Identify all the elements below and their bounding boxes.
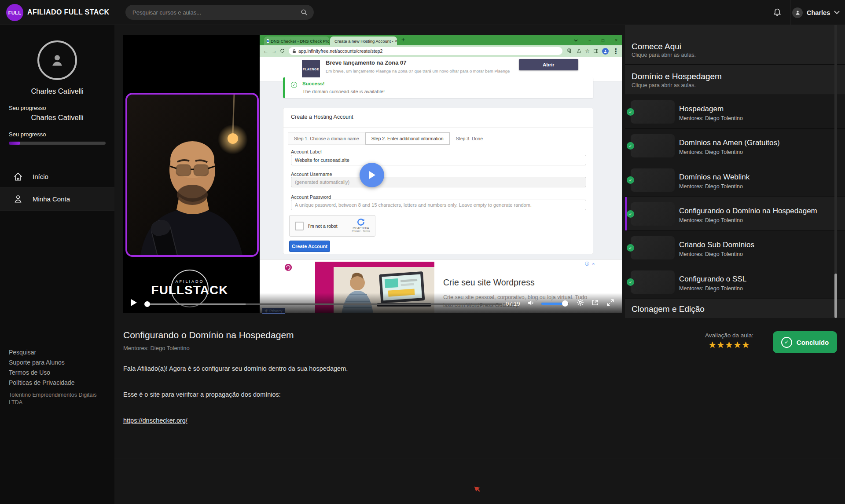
close-window-icon[interactable]: × — [615, 38, 617, 43]
ad-info-close-icons[interactable]: ⓘ × — [585, 261, 595, 267]
seek-bar-track[interactable] — [246, 303, 502, 305]
settings-gear-icon[interactable] — [577, 299, 584, 306]
browser-tab-dns-checker[interactable]: DNS Checker - DNS Check Propa × — [264, 37, 329, 45]
person-icon — [13, 194, 23, 204]
sidebar-item-home[interactable]: Início — [0, 166, 114, 187]
browser-toolbar: ← → app.infinityfree.net/accounts/create… — [260, 45, 622, 57]
browser-tab-hosting-account[interactable]: Create a new Hosting Account - × — [330, 37, 397, 45]
module-clonagem-edicao[interactable]: Clonagem e Edição — [625, 299, 845, 318]
account-username-input[interactable] — [291, 177, 586, 187]
browser-menu-icon[interactable]: ⋮ — [612, 47, 619, 55]
footer-link-support[interactable]: Suporte para Alunos — [9, 359, 65, 366]
forward-icon[interactable]: → — [272, 48, 277, 54]
lesson-item[interactable]: ✓ Configurando o SSL Mentores: Diego Tol… — [625, 265, 845, 299]
notifications-bell-icon[interactable] — [773, 7, 782, 17]
play-overlay-button[interactable] — [360, 163, 384, 187]
completed-label: Concluído — [797, 339, 829, 346]
lesson-mentors: Mentores: Diego Tolentino — [123, 345, 190, 351]
completed-check-icon: ✓ — [627, 176, 634, 184]
search-input[interactable] — [125, 9, 301, 16]
lesson-thumbnail — [631, 270, 675, 294]
footer-link-terms[interactable]: Termos de Uso — [9, 369, 50, 376]
volume-icon[interactable] — [527, 299, 535, 307]
lesson-item[interactable]: ✓ Domínios na Amen (Gratuitos) Mentores:… — [625, 129, 845, 163]
new-tab-button[interactable]: + — [401, 36, 405, 43]
seek-bar-buffered[interactable] — [147, 303, 246, 305]
check-icon: ✓ — [781, 337, 792, 348]
video-player[interactable]: AFILIADO FULLSTACK DNS Checker - DNS Che… — [123, 35, 622, 313]
seek-handle[interactable] — [144, 301, 150, 307]
lesson-item[interactable]: ✓ Hospedagem Mentores: Diego Tolentino — [625, 95, 845, 129]
lesson-item-mentors: Mentores: Diego Tolentino — [679, 217, 743, 223]
tab-close-icon[interactable]: × — [395, 39, 397, 43]
banner-subtitle: Em breve, um lançamento Plaenge na Zona … — [326, 69, 510, 73]
play-button[interactable] — [130, 299, 137, 307]
create-account-button[interactable]: Create Account — [289, 241, 330, 252]
account-password-label: Account Password — [291, 194, 331, 200]
plaenge-logo: PLAENGE — [302, 60, 320, 78]
dnschecker-link[interactable]: https://dnschecker.org/ — [123, 417, 187, 424]
lesson-paragraph: Esse é o site para veirifcar a propagaçã… — [123, 391, 281, 398]
page-title: Configurando o Domínio na Hospedagem — [123, 330, 294, 340]
step-1-tab[interactable]: Step 1. Choose a domain name — [288, 132, 365, 145]
tab-search-chevron-icon[interactable] — [574, 39, 578, 42]
user-menu[interactable]: Charles — [792, 0, 840, 25]
playlist-scrollbar-thumb[interactable] — [834, 274, 837, 318]
browser-profile-avatar[interactable] — [602, 48, 609, 55]
step-3-tab[interactable]: Step 3. Done — [450, 132, 489, 145]
recaptcha-label: I'm not a robot — [308, 223, 338, 229]
recaptcha-checkbox[interactable] — [295, 222, 304, 230]
banner-open-button[interactable]: Abrir — [519, 59, 578, 70]
url-bar[interactable]: app.infinityfree.net/accounts/create/ste… — [289, 47, 562, 55]
reload-icon[interactable] — [280, 48, 285, 53]
lock-icon — [292, 49, 296, 54]
rating-stars[interactable]: ★★★★★ — [703, 340, 756, 350]
recaptcha-widget: I'm not a robot reCAPTCHA Privacy - Term… — [289, 215, 375, 237]
translate-icon[interactable] — [567, 48, 573, 54]
topbar-divider — [790, 0, 790, 25]
module-comece-aqui[interactable]: Comece Aqui Clique para abrir as aulas. — [625, 25, 845, 65]
hosting-form-card: Create a Hosting Account Step 1. Choose … — [283, 108, 593, 254]
maximize-icon[interactable]: □ — [602, 38, 604, 43]
recaptcha-brand: reCAPTCHA — [350, 226, 371, 230]
search-bar — [125, 5, 314, 20]
red-cursor-icon — [474, 485, 482, 493]
side-panel-icon[interactable] — [593, 48, 599, 54]
account-password-input[interactable] — [291, 200, 586, 210]
recaptcha-links[interactable]: Privacy - Terms — [350, 230, 371, 232]
profile-avatar[interactable] — [37, 40, 77, 80]
search-icon[interactable] — [301, 9, 308, 16]
popout-icon[interactable] — [592, 299, 599, 306]
fullscreen-icon[interactable] — [606, 299, 614, 307]
footer-link-privacy[interactable]: Políticas de Privacidade — [9, 379, 74, 386]
brand-logo[interactable]: FULL — [6, 4, 23, 21]
completed-button[interactable]: ✓ Concluído — [773, 331, 837, 353]
completed-check-icon: ✓ — [627, 210, 634, 218]
step-2-tab[interactable]: Step 2. Enter additional information — [365, 132, 450, 145]
module-title: Domínio e Hospedagem — [632, 72, 722, 81]
sidebar-item-home-label: Início — [33, 173, 48, 180]
volume-slider-handle[interactable] — [562, 300, 568, 307]
bookmark-star-icon[interactable]: ☆ — [585, 48, 590, 54]
lesson-item[interactable]: ✓ Domínios na Weblink Mentores: Diego To… — [625, 163, 845, 197]
lesson-item-title: Hospedagem — [679, 105, 724, 113]
company-name: Tolentino Empreendimentos Digitais LTDA — [9, 391, 109, 406]
window-controls: − □ × — [574, 35, 617, 45]
lesson-thumbnail — [631, 202, 675, 226]
share-icon[interactable] — [576, 48, 581, 54]
browser-page: PLAENGE Breve lançamento na Zona 07 Em b… — [260, 57, 622, 313]
minimize-icon[interactable]: − — [588, 38, 591, 43]
topbar: FULL AFILIADO FULL STACK Charles — [0, 0, 845, 25]
back-icon[interactable]: ← — [263, 48, 268, 54]
module-dominio-hospedagem[interactable]: Domínio e Hospedagem Clique para abrir a… — [625, 65, 845, 95]
lesson-item[interactable]: ✓ Criando Sub Domínios Mentores: Diego T… — [625, 231, 845, 265]
sidebar-item-account[interactable]: Minha Conta — [0, 187, 114, 211]
card-divider — [283, 127, 593, 128]
progress-bar-fill — [9, 142, 20, 145]
footer-link-search[interactable]: Pesquisar — [9, 349, 36, 356]
godaddy-logo-icon — [284, 263, 292, 271]
lesson-item-active[interactable]: ✓ Configurando o Domínio na Hospedagem M… — [625, 197, 845, 231]
lesson-item-title: Configurando o SSL — [679, 275, 746, 284]
account-label-input[interactable] — [291, 155, 586, 165]
account-label-label: Account Label — [291, 149, 322, 154]
